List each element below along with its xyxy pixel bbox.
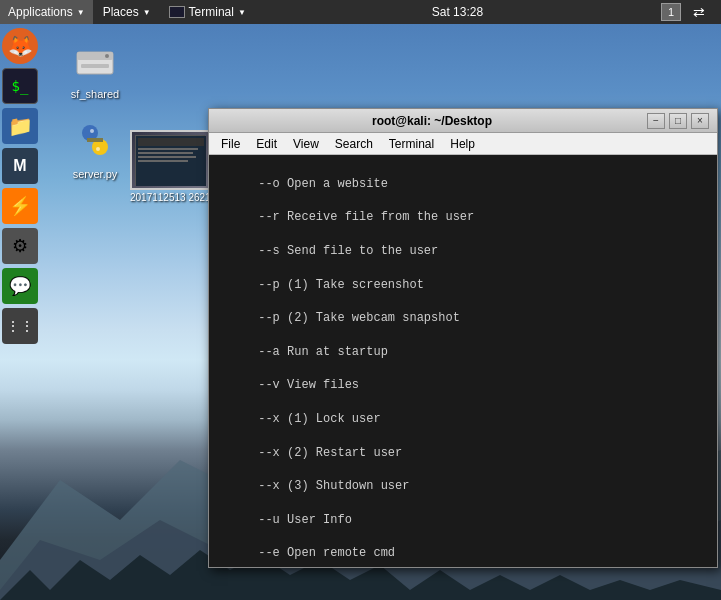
- maximize-icon: □: [675, 115, 681, 126]
- menu-terminal[interactable]: Terminal: [381, 135, 442, 153]
- terminal-line-8: --x (1) Lock user: [258, 412, 380, 426]
- terminal-close-btn[interactable]: ×: [691, 113, 709, 129]
- terminal-line-4: --p (1) Take screenshot: [258, 278, 424, 292]
- sidebar-settings[interactable]: ⚙: [2, 228, 38, 264]
- sf-shared-img: [71, 36, 119, 84]
- msf-icon: M: [13, 157, 26, 175]
- menu-file[interactable]: File: [213, 135, 248, 153]
- sidebar-grid[interactable]: ⋮⋮: [2, 308, 38, 344]
- terminal-line-5: --p (2) Take webcam snapshot: [258, 311, 460, 325]
- terminal-line-7: --v View files: [258, 378, 359, 392]
- terminal-maximize-btn[interactable]: □: [669, 113, 687, 129]
- menu-edit[interactable]: Edit: [248, 135, 285, 153]
- terminal-line-11: --u User Info: [258, 513, 352, 527]
- grid-icon: ⋮⋮: [6, 318, 34, 334]
- sidebar-files[interactable]: 📁: [2, 108, 38, 144]
- terminal-controls: − □ ×: [647, 113, 709, 129]
- workspace-badge[interactable]: 1: [661, 3, 681, 21]
- sidebar-chat[interactable]: 💬: [2, 268, 38, 304]
- server-py-img: [71, 116, 119, 164]
- svg-point-8: [105, 54, 109, 58]
- terminal-arrow: ▼: [238, 8, 246, 17]
- sf-shared-label: sf_shared: [71, 88, 119, 100]
- taskbar-right: 1 ⇄: [661, 0, 721, 24]
- terminal-menubar: File Edit View Search Terminal Help: [209, 133, 717, 155]
- svg-rect-19: [138, 152, 193, 154]
- settings-icon: ⚙: [12, 235, 28, 257]
- terminal-line-2: --r Receive file from the user: [258, 210, 474, 224]
- chat-icon: 💬: [9, 275, 31, 297]
- terminal-minimize-btn[interactable]: −: [647, 113, 665, 129]
- svg-rect-15: [87, 138, 103, 142]
- places-arrow: ▼: [143, 8, 151, 17]
- terminal-line-12: --e Open remote cmd: [258, 546, 395, 560]
- applications-menu[interactable]: Applications ▼: [0, 0, 93, 24]
- taskbar-extra[interactable]: ⇄: [685, 0, 713, 24]
- thumb-svg: [136, 136, 206, 186]
- menu-help[interactable]: Help: [442, 135, 483, 153]
- sidebar-terminal[interactable]: $_: [2, 68, 38, 104]
- workspace-num: 1: [668, 6, 674, 18]
- applications-label: Applications: [8, 5, 73, 19]
- close-icon: ×: [697, 115, 703, 126]
- svg-point-13: [96, 147, 100, 151]
- terminal-titlebar: root@kali: ~/Desktop − □ ×: [209, 109, 717, 133]
- taskbar-clock: Sat 13:28: [254, 5, 661, 19]
- sidebar-burp[interactable]: ⚡: [2, 188, 38, 224]
- svg-rect-9: [81, 64, 109, 68]
- terminal-content[interactable]: --o Open a website --r Receive file from…: [209, 155, 717, 567]
- terminal-line-6: --a Run at startup: [258, 345, 388, 359]
- terminal-line-9: --x (2) Restart user: [258, 446, 402, 460]
- terminal-icon: $_: [12, 78, 29, 94]
- server-py-label: server.py: [73, 168, 118, 180]
- python-icon-svg: [73, 118, 117, 162]
- terminal-icon-small: [169, 6, 185, 18]
- burp-icon: ⚡: [9, 195, 31, 217]
- thumb-preview: [130, 130, 210, 190]
- svg-point-12: [90, 129, 94, 133]
- terminal-line-10: --x (3) Shutdown user: [258, 479, 409, 493]
- sidebar-firefox[interactable]: 🦊: [2, 28, 38, 64]
- desktop: Applications ▼ Places ▼ Terminal ▼ Sat 1…: [0, 0, 721, 600]
- sidebar-msf[interactable]: M: [2, 148, 38, 184]
- terminal-line-1: --o Open a website: [258, 177, 388, 191]
- svg-rect-21: [138, 160, 188, 162]
- svg-rect-17: [138, 138, 204, 146]
- terminal-line-3: --s Send file to the user: [258, 244, 438, 258]
- terminal-label: Terminal: [189, 5, 234, 19]
- terminal-window: root@kali: ~/Desktop − □ × File Edit Vie…: [208, 108, 718, 568]
- svg-rect-18: [138, 148, 198, 150]
- taskbar: Applications ▼ Places ▼ Terminal ▼ Sat 1…: [0, 0, 721, 24]
- places-label: Places: [103, 5, 139, 19]
- datetime-text: Sat 13:28: [432, 5, 483, 19]
- folder-icon: 📁: [8, 114, 33, 138]
- menu-view[interactable]: View: [285, 135, 327, 153]
- terminal-title: root@kali: ~/Desktop: [217, 114, 647, 128]
- menu-search[interactable]: Search: [327, 135, 381, 153]
- desktop-icons: sf_shared server.py: [55, 36, 135, 196]
- drive-icon-svg: [73, 38, 117, 82]
- minimize-icon: −: [653, 115, 659, 126]
- server-py-icon[interactable]: server.py: [55, 116, 135, 180]
- places-menu[interactable]: Places ▼: [95, 0, 159, 24]
- sf-shared-icon[interactable]: sf_shared: [55, 36, 135, 100]
- sidebar: 🦊 $_ 📁 M ⚡ ⚙ 💬 ⋮⋮: [0, 28, 40, 344]
- thumb-inner: [135, 135, 205, 185]
- taskbar-left: Applications ▼ Places ▼ Terminal ▼: [0, 0, 254, 24]
- applications-arrow: ▼: [77, 8, 85, 17]
- terminal-menu[interactable]: Terminal ▼: [161, 0, 254, 24]
- svg-rect-20: [138, 156, 196, 158]
- firefox-icon: 🦊: [8, 34, 33, 58]
